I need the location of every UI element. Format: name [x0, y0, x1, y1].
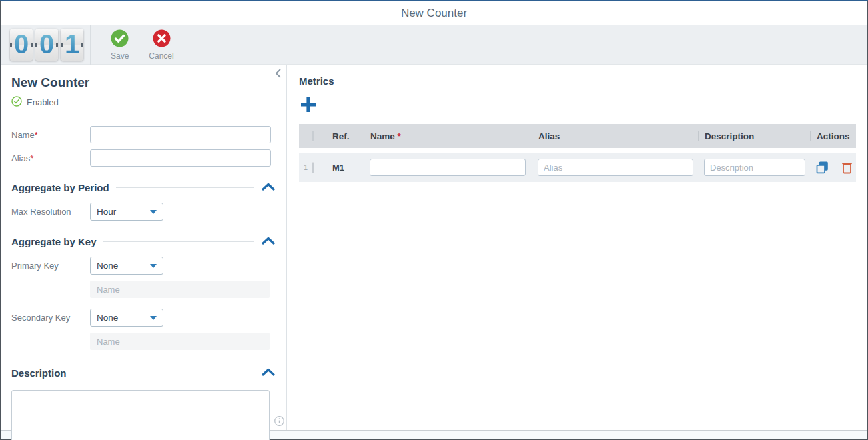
copy-icon	[816, 161, 829, 174]
metric-actions-cell	[810, 161, 856, 174]
metric-table-row: 1 M1	[299, 153, 856, 182]
secondary-key-value: None	[97, 313, 118, 323]
metric-description-cell	[698, 159, 810, 176]
metric-alias-input[interactable]	[538, 159, 693, 176]
cancel-button[interactable]: Cancel	[149, 29, 173, 61]
dropdown-arrow-icon	[150, 316, 157, 320]
metric-description-input[interactable]	[704, 159, 805, 176]
dropdown-arrow-icon	[150, 210, 157, 214]
section-divider-line	[73, 373, 254, 373]
secondary-key-select[interactable]: None	[90, 309, 163, 327]
duplicate-metric-button[interactable]	[816, 161, 829, 174]
primary-key-value: None	[97, 261, 118, 271]
primary-key-label: Primary Key	[11, 261, 90, 271]
enabled-check-circle-icon	[11, 96, 22, 109]
save-check-icon	[111, 29, 129, 49]
required-asterisk: *	[398, 131, 401, 141]
counter-digit-card: 0	[35, 29, 58, 61]
counter-digit: 0	[14, 29, 29, 59]
max-resolution-label: Max Resolution	[11, 207, 90, 217]
page-title: New Counter	[401, 7, 467, 20]
metric-ref: M1	[332, 163, 364, 173]
metrics-panel: Metrics Ref. Name * Alias Description Ac…	[287, 65, 867, 430]
trash-icon	[841, 161, 853, 174]
delete-metric-button[interactable]	[841, 161, 853, 174]
alias-label: Alias*	[11, 153, 90, 163]
primary-key-row: Primary Key None	[11, 257, 276, 275]
add-metric-button[interactable]	[299, 95, 318, 116]
metrics-table-header: Ref. Name * Alias Description Actions	[299, 124, 856, 148]
metric-alias-cell	[532, 159, 698, 176]
row-index: 1	[299, 163, 312, 171]
dropdown-arrow-icon	[150, 264, 157, 268]
enabled-status: Enabled	[11, 96, 276, 109]
primary-key-select[interactable]: None	[90, 257, 163, 275]
row-checkbox[interactable]	[312, 162, 314, 173]
section-divider-line	[116, 187, 254, 188]
enabled-label: Enabled	[27, 97, 59, 107]
actions-column-header: Actions	[810, 131, 856, 141]
description-section-header: Description	[11, 367, 276, 379]
secondary-key-row: Secondary Key None	[11, 309, 276, 327]
name-field-row: Name*	[11, 126, 276, 143]
max-resolution-row: Max Resolution Hour	[11, 203, 276, 221]
secondary-key-name-input	[90, 333, 270, 350]
metrics-table: Ref. Name * Alias Description Actions 1 …	[299, 124, 856, 182]
info-icon[interactable]	[274, 416, 284, 428]
alias-field-row: Alias*	[11, 149, 276, 167]
required-asterisk: *	[30, 153, 33, 163]
ref-column-header: Ref.	[332, 131, 364, 141]
required-asterisk: *	[35, 130, 38, 140]
counter-digit: 1	[65, 29, 79, 59]
alias-column-header: Alias	[532, 131, 698, 141]
primary-key-name-row	[11, 281, 276, 298]
aggregate-by-period-collapse-chevron-up-icon[interactable]	[261, 181, 276, 193]
collapse-panel-chevron-left-icon[interactable]	[272, 69, 284, 81]
aggregate-by-key-collapse-chevron-up-icon[interactable]	[261, 235, 276, 247]
secondary-key-label: Secondary Key	[11, 313, 90, 323]
new-counter-window: New Counter 0 0 1 Save Cancel	[0, 0, 868, 440]
description-title: Description	[11, 367, 67, 379]
primary-key-name-input	[90, 281, 270, 298]
cancel-label: Cancel	[149, 51, 173, 61]
metric-name-input[interactable]	[370, 159, 526, 176]
save-label: Save	[111, 51, 129, 61]
description-collapse-chevron-up-icon[interactable]	[261, 367, 276, 379]
row-select-column	[312, 163, 332, 173]
name-input[interactable]	[90, 126, 271, 143]
metric-name-cell	[364, 159, 532, 176]
plus-icon	[299, 95, 318, 114]
metrics-title: Metrics	[299, 75, 856, 87]
counter-settings-panel: New Counter Enabled Name* Alias* Aggrega…	[1, 65, 287, 430]
aggregate-by-period-section-header: Aggregate by Period	[11, 181, 276, 193]
counter-digit-card: 0	[10, 29, 33, 61]
description-column-header: Description	[698, 131, 810, 141]
title-bar: New Counter	[1, 1, 867, 25]
main-area: New Counter Enabled Name* Alias* Aggrega…	[1, 65, 867, 431]
name-label: Name*	[11, 130, 90, 140]
secondary-key-name-row	[11, 333, 276, 350]
toolbar-divider	[90, 25, 91, 65]
max-resolution-value: Hour	[97, 207, 116, 217]
aggregate-by-key-section-header: Aggregate by Key	[11, 235, 276, 247]
section-divider-line	[103, 241, 254, 242]
counter-digit: 0	[39, 29, 54, 59]
description-textarea[interactable]	[11, 390, 270, 440]
select-all-column	[312, 131, 332, 141]
max-resolution-select[interactable]: Hour	[90, 203, 163, 221]
panel-title: New Counter	[11, 75, 276, 90]
save-button[interactable]: Save	[111, 29, 129, 61]
aggregate-by-period-title: Aggregate by Period	[11, 182, 109, 193]
counter-digit-card: 1	[61, 29, 83, 61]
alias-input[interactable]	[90, 149, 271, 167]
aggregate-by-key-title: Aggregate by Key	[11, 236, 97, 247]
cancel-x-icon	[153, 29, 171, 49]
name-column-header: Name *	[364, 131, 532, 141]
counter-flip-icon: 0 0 1	[10, 29, 83, 61]
select-all-checkbox[interactable]	[312, 131, 314, 142]
toolbar: 0 0 1 Save Cancel	[1, 25, 867, 65]
